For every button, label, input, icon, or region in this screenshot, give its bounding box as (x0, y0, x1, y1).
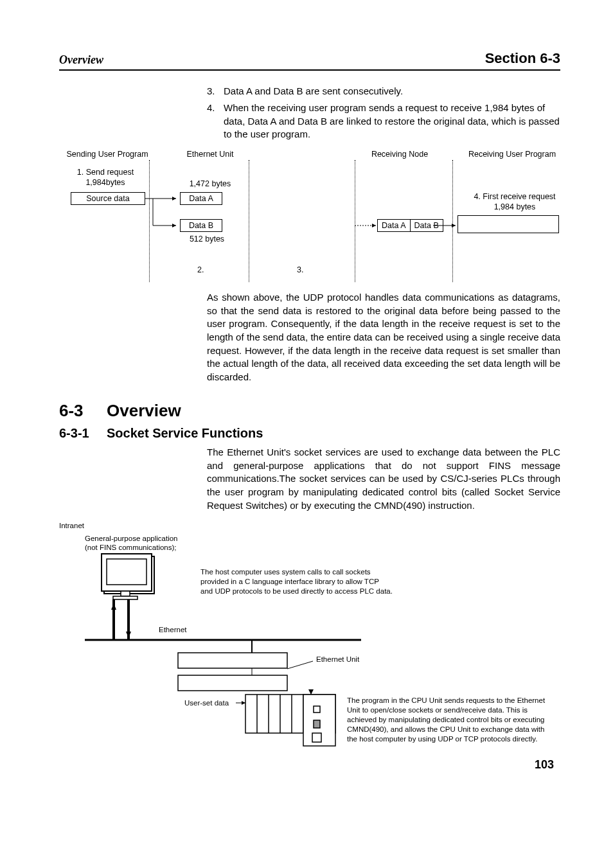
step-text: Data A and Data B are sent consecutively… (224, 85, 560, 98)
col-sending-user: Sending User Program (59, 150, 155, 159)
svg-rect-27 (314, 720, 320, 728)
receive-empty-box (458, 215, 559, 233)
udp-flow-diagram: Sending User Program Ethernet Unit Recei… (59, 150, 560, 285)
page-number: 103 (535, 758, 554, 772)
svg-marker-12 (111, 603, 116, 610)
data-a-box: Data A (180, 192, 222, 205)
host-computer-text: The host computer uses system calls to c… (200, 567, 393, 596)
header-left: Overview (59, 53, 103, 67)
bytes-512: 512 bytes (181, 235, 233, 244)
section-heading: 6-3 Overview (59, 401, 560, 421)
data-b-box: Data B (180, 219, 222, 232)
subsection-num: 6-3-1 (59, 426, 107, 441)
section-num: 6-3 (59, 401, 107, 421)
first-receive-line1: 4. First receive request (460, 192, 569, 201)
step-4: 4. When the receiving user program sends… (207, 102, 560, 141)
svg-rect-9 (113, 596, 138, 599)
section-title: Overview (107, 401, 181, 421)
joined-data-b: Data B (411, 219, 443, 232)
ethernet-unit-label: Ethernet Unit (316, 655, 359, 664)
first-receive-line2: 1,984 bytes (460, 202, 569, 211)
svg-marker-32 (308, 689, 314, 695)
dash-line (149, 160, 150, 282)
gp-app-line2: (not FINS communications); (85, 543, 177, 553)
bytes-1472: 1,472 bytes (178, 179, 242, 188)
dash-line (355, 160, 355, 282)
step-num: 4. (207, 102, 224, 141)
joined-data-a: Data A (377, 219, 411, 232)
subsection-title: Socket Service Functions (107, 426, 263, 441)
svg-rect-7 (107, 559, 147, 585)
svg-rect-8 (121, 591, 130, 596)
col-receiving-node: Receiving Node (361, 150, 438, 159)
dash-line (249, 160, 249, 282)
dash-line (452, 160, 453, 282)
source-data-box: Source data (71, 192, 145, 205)
send-request-line1: 1. Send request (67, 168, 144, 177)
step-num: 3. (207, 85, 224, 98)
send-request-line2: 1,984bytes (67, 178, 144, 187)
cpu-program-text: The program in the CPU Unit sends reques… (347, 696, 546, 744)
header-right: Section 6-3 (485, 50, 560, 67)
page-header: Overview Section 6-3 (59, 50, 560, 71)
step-2-label: 2. (197, 265, 204, 274)
numbered-steps: 3. Data A and Data B are sent consecutiv… (207, 85, 560, 141)
subsection-heading: 6-3-1 Socket Service Functions (59, 426, 560, 441)
col-receiving-user: Receiving User Program (458, 150, 567, 159)
intranet-diagram: Intranet General-purpose application (no… (59, 521, 560, 765)
svg-line-18 (287, 661, 313, 669)
udp-paragraph: As shown above, the UDP protocol handles… (207, 291, 560, 384)
joined-data-box: Data A Data B (377, 219, 443, 232)
svg-rect-16 (178, 653, 287, 668)
step-3-label: 3. (297, 265, 303, 274)
ethernet-label: Ethernet (159, 625, 186, 635)
svg-marker-13 (126, 632, 131, 638)
socket-paragraph: The Ethernet Unit's socket services are … (207, 446, 560, 512)
step-3: 3. Data A and Data B are sent consecutiv… (207, 85, 560, 98)
col-ethernet-unit: Ethernet Unit (172, 150, 249, 159)
intranet-label: Intranet (59, 521, 84, 531)
step-text: When the receiving user program sends a … (224, 102, 560, 141)
gp-app-line1: General-purpose application (85, 534, 177, 544)
svg-rect-17 (178, 675, 287, 691)
user-set-data-label: User-set data (184, 698, 229, 708)
